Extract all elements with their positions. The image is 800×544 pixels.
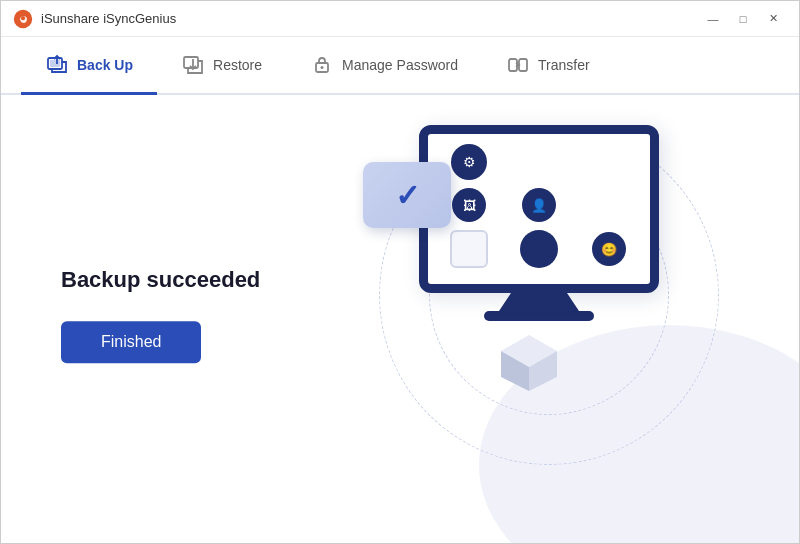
screen-icon-smiley: 😊: [592, 232, 626, 266]
tab-restore[interactable]: Restore: [157, 37, 286, 95]
svg-rect-9: [509, 59, 517, 71]
tab-transfer-label: Transfer: [538, 57, 590, 73]
nav-bar: Back Up Restore Manage Password: [1, 37, 799, 95]
app-title: iSunshare iSyncGenius: [41, 11, 699, 26]
title-bar: iSunshare iSyncGenius — □ ✕: [1, 1, 799, 37]
tab-transfer[interactable]: Transfer: [482, 37, 614, 95]
cube-decoration: [497, 331, 561, 391]
tab-manage-password[interactable]: Manage Password: [286, 37, 482, 95]
password-icon: [310, 53, 334, 77]
svg-point-1: [21, 16, 25, 20]
monitor-stand: [499, 293, 579, 311]
svg-rect-3: [50, 60, 60, 67]
maximize-button[interactable]: □: [729, 9, 757, 29]
illustration: ⚙ 🖼 👤 😊: [359, 105, 739, 505]
window-controls[interactable]: — □ ✕: [699, 9, 787, 29]
tab-restore-label: Restore: [213, 57, 262, 73]
checkmark-icon: ✓: [395, 178, 420, 213]
envelope-overlay: ✓: [363, 162, 463, 242]
backup-success-text: Backup succeeded: [61, 267, 260, 293]
left-content: Backup succeeded Finished: [61, 267, 260, 363]
svg-point-8: [321, 66, 324, 69]
app-logo: [13, 9, 33, 29]
screen-icon-person: 👤: [522, 188, 556, 222]
finished-button[interactable]: Finished: [61, 321, 201, 363]
close-button[interactable]: ✕: [759, 9, 787, 29]
tab-backup-label: Back Up: [77, 57, 133, 73]
monitor-base: [484, 311, 594, 321]
backup-icon: [45, 53, 69, 77]
main-content: Backup succeeded Finished ⚙ 🖼 👤: [1, 95, 799, 544]
tab-manage-password-label: Manage Password: [342, 57, 458, 73]
tab-backup[interactable]: Back Up: [21, 37, 157, 95]
minimize-button[interactable]: —: [699, 9, 727, 29]
screen-icon-circle: [520, 230, 558, 268]
transfer-icon: [506, 53, 530, 77]
restore-icon: [181, 53, 205, 77]
monitor-container: ⚙ 🖼 👤 😊: [419, 125, 659, 321]
